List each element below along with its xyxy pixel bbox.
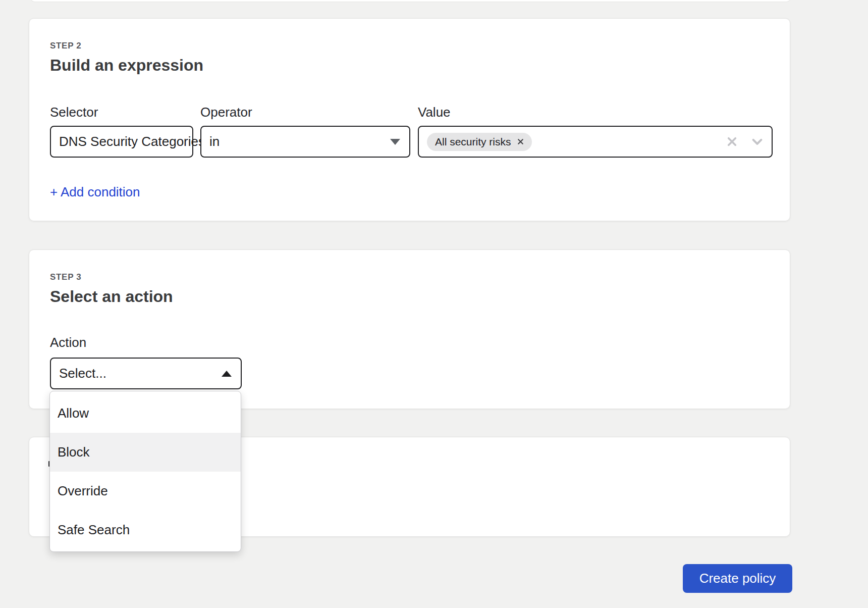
step3-label: STEP 3 [50, 273, 81, 282]
step2-card: STEP 2 Build an expression Selector DNS … [29, 18, 790, 221]
step2-title: Build an expression [50, 56, 203, 75]
selector-field-label: Selector [50, 105, 193, 120]
chevron-down-icon[interactable] [748, 127, 766, 157]
tag-remove-icon[interactable] [516, 137, 525, 146]
policy-builder-screen: STEP 2 Build an expression Selector DNS … [0, 0, 868, 608]
chevron-up-icon [222, 371, 232, 377]
value-tag-label: All security risks [435, 136, 511, 148]
chevron-down-icon [390, 139, 400, 145]
operator-dropdown-value: in [201, 134, 220, 149]
step3-card: STEP 3 Select an action Action Select... [29, 249, 790, 409]
create-policy-button[interactable]: Create policy [683, 564, 792, 593]
action-options-menu: Allow Block Override Safe Search [49, 391, 241, 552]
clear-all-icon[interactable] [723, 127, 740, 157]
menu-item-allow[interactable]: Allow [50, 394, 241, 433]
action-field-label: Action [50, 335, 86, 350]
menu-item-override[interactable]: Override [50, 472, 241, 511]
operator-field-label: Operator [200, 105, 410, 120]
menu-item-safe-search[interactable]: Safe Search [50, 511, 241, 549]
action-select[interactable]: Select... [50, 358, 242, 389]
selector-dropdown-value: DNS Security Categories [51, 134, 205, 149]
value-field-label: Value [418, 105, 773, 120]
step2-label: STEP 2 [50, 41, 81, 51]
add-condition-link[interactable]: + Add condition [50, 184, 140, 200]
step3-title: Select an action [50, 287, 173, 306]
selector-dropdown[interactable]: DNS Security Categories [50, 126, 193, 158]
previous-card-bottom-edge [30, 0, 791, 2]
operator-dropdown[interactable]: in [200, 126, 410, 158]
menu-item-block[interactable]: Block [50, 433, 241, 472]
value-multiselect[interactable]: All security risks [418, 126, 773, 158]
value-tag: All security risks [427, 133, 532, 151]
action-select-placeholder: Select... [51, 366, 106, 381]
